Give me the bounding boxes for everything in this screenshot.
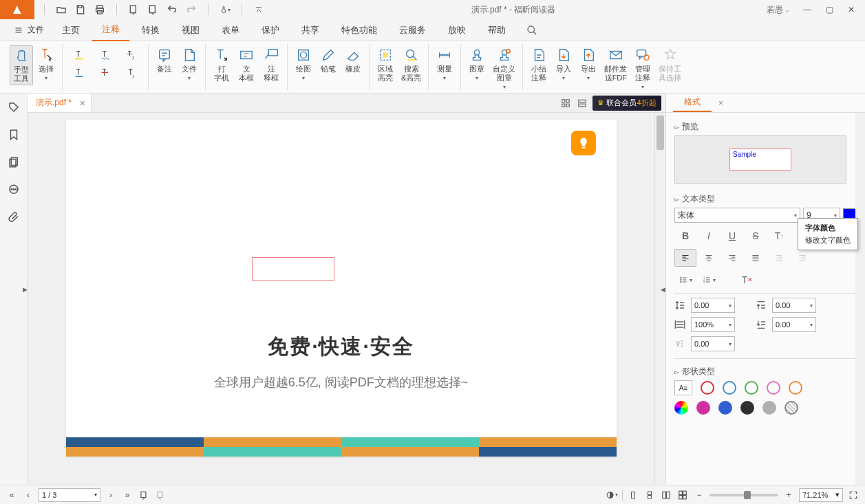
first-page-button[interactable]: « (6, 489, 18, 501)
strikeout-icon[interactable] (97, 66, 114, 80)
shape-fill-hatched[interactable] (784, 401, 798, 415)
typewriter-button[interactable]: 打 字机 (210, 45, 233, 84)
measure-button[interactable]: 测量▾ (433, 45, 456, 83)
zoom-value[interactable]: 71.21%▾ (799, 488, 843, 502)
squiggly-icon[interactable] (97, 48, 114, 62)
menu-form[interactable]: 表单 (212, 20, 249, 41)
menu-view[interactable]: 视图 (172, 20, 209, 41)
facing-continuous-icon[interactable] (676, 489, 689, 501)
shape-fill-gray[interactable] (762, 401, 776, 415)
textbox-annotation[interactable] (252, 257, 334, 281)
search-button[interactable] (524, 22, 540, 39)
custom-stamp-button[interactable]: 自定义 图章▾ (490, 45, 518, 91)
export-button[interactable]: 导出▾ (577, 45, 600, 83)
facing-icon[interactable] (660, 489, 672, 501)
hand-tool-button[interactable]: 手型 工具 (10, 45, 33, 85)
strikethrough-button[interactable]: S (745, 227, 767, 245)
format-tab-close[interactable]: × (718, 98, 723, 108)
texttype-header[interactable]: ▻文本类型 (674, 190, 857, 208)
menu-help[interactable]: 帮助 (478, 20, 515, 41)
align-center-button[interactable] (698, 249, 720, 267)
italic-button[interactable]: I (698, 227, 720, 245)
canvas-scroll[interactable]: 免费·快速·安全 全球用户超越6.5亿, 阅读PDF文档的理想选择~ (28, 113, 654, 485)
insert-text-icon[interactable] (123, 66, 140, 80)
menu-annotate[interactable]: 注释 (92, 19, 129, 41)
indent-decrease-button[interactable] (768, 249, 790, 267)
menu-home[interactable]: 主页 (52, 20, 89, 41)
grid-view-icon[interactable] (559, 97, 572, 109)
underline-icon[interactable] (71, 66, 87, 80)
highlight-icon[interactable] (71, 48, 87, 62)
bullet-list-button[interactable]: ▾ (674, 271, 696, 289)
search-highlight-button[interactable]: 搜索 &高亮 (398, 45, 424, 84)
menu-play[interactable]: 放映 (438, 20, 476, 41)
callout-button[interactable]: 注 释框 (259, 45, 283, 84)
underline-button[interactable]: U (721, 227, 743, 245)
para-after-spin[interactable]: 0.00▾ (772, 317, 816, 332)
horiz-scale-spin[interactable]: 100%▾ (691, 317, 735, 332)
import-button[interactable]: 导入▾ (552, 45, 575, 83)
menu-share[interactable]: 共享 (292, 20, 329, 41)
clear-format-button[interactable]: T✕ (736, 271, 758, 289)
attachments-icon[interactable] (7, 210, 21, 224)
note-button[interactable]: 备注 (153, 45, 176, 75)
eraser-button[interactable]: 橡皮 (341, 45, 365, 75)
comments-icon[interactable] (7, 183, 21, 197)
textbox-button[interactable]: 文 本框 (235, 45, 258, 84)
pdf-page[interactable]: 免费·快速·安全 全球用户超越6.5亿, 阅读PDF文档的理想选择~ (66, 120, 617, 457)
para-before-spin[interactable]: 0.00▾ (772, 298, 816, 313)
shape-text-button[interactable]: A≡ (674, 380, 692, 395)
last-page-button[interactable]: » (121, 489, 134, 501)
format-tab[interactable]: 格式 (673, 94, 712, 112)
undo-icon[interactable] (167, 4, 178, 15)
font-family-combo[interactable]: 宋体▾ (674, 208, 800, 223)
tag-icon[interactable] (7, 100, 21, 114)
indent-increase-button[interactable] (791, 249, 813, 267)
prev-page-button[interactable]: ‹ (22, 489, 34, 501)
print-icon[interactable] (94, 4, 105, 15)
document-tab[interactable]: 演示.pdf * × (28, 94, 92, 112)
select-tool-button[interactable]: 选择▾ (34, 45, 58, 83)
promo-banner[interactable]: ♛联合会员4折起 (592, 96, 661, 111)
tab-close-button[interactable]: × (80, 98, 85, 109)
manage-comments-button[interactable]: 管理 注释▾ (631, 45, 654, 91)
attach-file-button[interactable]: 文件▾ (178, 45, 201, 83)
align-justify-button[interactable] (745, 249, 767, 267)
mail-fdf-button[interactable]: 邮件发 送FDF (601, 45, 630, 84)
shape-fill-black[interactable] (740, 401, 754, 415)
menu-cloud[interactable]: 云服务 (389, 20, 436, 41)
drawing-button[interactable]: 绘图▾ (292, 45, 315, 83)
next-page-button[interactable]: › (105, 489, 117, 501)
right-collapse-button[interactable]: ◀ (659, 276, 666, 303)
line-spacing-spin[interactable]: 0.00▾ (691, 298, 735, 313)
open-icon[interactable] (56, 4, 67, 15)
shape-fill-magenta[interactable] (696, 401, 710, 415)
bookmark-icon[interactable] (7, 128, 21, 142)
color-mode-button[interactable]: ▾ (606, 489, 618, 501)
summarize-button[interactable]: 小结 注释 (527, 45, 551, 84)
save-icon[interactable] (75, 4, 86, 15)
zoom-in-button[interactable]: + (782, 489, 795, 501)
page-prev-icon[interactable] (128, 4, 139, 15)
zoom-slider[interactable] (709, 494, 778, 496)
page-input[interactable]: 1 / 3▾ (39, 488, 100, 502)
touch-icon[interactable]: ▾ (220, 4, 231, 15)
user-menu[interactable]: 若愚 ⌵ (762, 4, 793, 16)
fullscreen-button[interactable] (847, 489, 859, 501)
align-left-button[interactable] (674, 249, 696, 267)
stamp-button[interactable]: 图章▾ (465, 45, 489, 83)
shape-color-pink[interactable] (767, 381, 780, 395)
keep-tool-button[interactable]: 保持工 具选择 (656, 45, 684, 84)
shape-color-red[interactable] (701, 381, 714, 395)
replace-text-icon[interactable] (123, 48, 140, 62)
close-button[interactable]: ✕ (843, 1, 859, 18)
pencil-button[interactable]: 铅笔 (317, 45, 340, 75)
area-highlight-button[interactable]: 区域 高亮 (374, 45, 397, 84)
superscript-button[interactable]: T↑ (768, 227, 790, 245)
panel-scrollbar[interactable] (855, 113, 865, 485)
qat-more-icon[interactable] (253, 4, 264, 15)
single-page-icon[interactable] (627, 489, 639, 501)
menu-protect[interactable]: 保护 (252, 20, 289, 41)
maximize-button[interactable]: ▢ (821, 1, 837, 18)
minimize-button[interactable]: ― (799, 1, 815, 18)
